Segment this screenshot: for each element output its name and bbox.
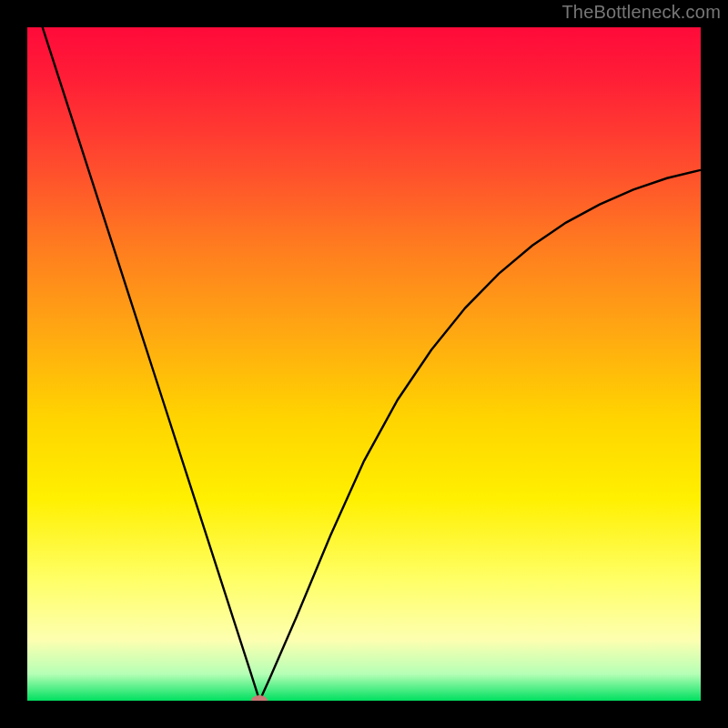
watermark-text: TheBottleneck.com	[561, 2, 721, 23]
bottleneck-curve	[27, 27, 701, 701]
plot-area	[27, 27, 701, 701]
chart-frame: TheBottleneck.com	[0, 0, 728, 728]
minimum-marker	[251, 695, 268, 701]
curve-path	[27, 27, 701, 701]
